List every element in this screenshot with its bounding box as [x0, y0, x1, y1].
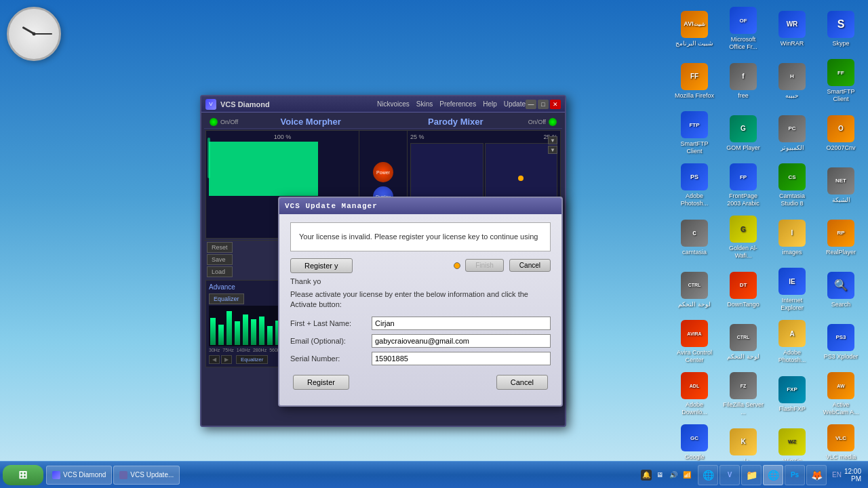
- taskbar-vcs-btn[interactable]: VCS Diamond: [46, 466, 112, 485]
- email-input[interactable]: [372, 334, 551, 348]
- icon-winrar[interactable]: WR WinRAR: [768, 3, 816, 54]
- serial-label: Serial Number:: [290, 354, 372, 363]
- icon-format-factory[interactable]: FF SmartFTP Client: [817, 56, 865, 106]
- taskbar-chrome-icon[interactable]: 🌐: [763, 465, 783, 485]
- icon-golden[interactable]: G Golden Al-Wafi...: [719, 212, 767, 263]
- icon-computer[interactable]: PC الكمبيوتر: [768, 108, 816, 159]
- icon-ps3[interactable]: PS3 PS3 Xploder: [817, 317, 865, 367]
- icon-free[interactable]: f free: [719, 56, 767, 106]
- icon-search[interactable]: 🔍 Search: [817, 264, 865, 315]
- update-manager-dialog: VCS Update Manager Your license is inval…: [278, 197, 563, 407]
- taskbar-clock: 12:00 PM: [844, 468, 861, 483]
- register-tab-btn[interactable]: Register y: [290, 258, 353, 273]
- icon-control-panel[interactable]: CTRL لوحة التحكم: [671, 264, 718, 315]
- icon-downtango[interactable]: DT DownTango: [719, 264, 767, 315]
- taskbar-vcs-icon[interactable]: V: [719, 465, 740, 485]
- restore-button[interactable]: □: [538, 100, 549, 109]
- taskbar-items: VCS Diamond VCS Update...: [46, 462, 637, 488]
- taskbar-ie-icon[interactable]: 🌐: [698, 465, 718, 485]
- icon-skype[interactable]: S Skype: [817, 3, 865, 54]
- tray-icon-2[interactable]: 🖥: [654, 470, 665, 481]
- power-button[interactable]: Power: [373, 162, 393, 182]
- icon-avira[interactable]: AVIRA Avira Control Center: [671, 317, 718, 367]
- tray-icon-3[interactable]: 🔊: [668, 470, 679, 481]
- menu-preferences[interactable]: Preferences: [439, 100, 476, 108]
- close-button[interactable]: ✕: [550, 100, 561, 109]
- parody-dropdown-2[interactable]: ▼: [548, 146, 557, 154]
- eq-label-280: 280Hz: [253, 348, 267, 352]
- dialog-titlebar: VCS Update Manager: [279, 198, 561, 214]
- eq-label-75: 75Hz: [222, 348, 233, 352]
- vcs-titlebar: V VCS Diamond Nickvoices Skins Preferenc…: [201, 96, 565, 113]
- icon-label: شبيت البرنامج: [675, 40, 714, 47]
- icon-adobe-folder[interactable]: A Adobe Photosh...: [768, 317, 816, 367]
- icon-control2[interactable]: CTRL لوحة التحكم: [719, 317, 767, 367]
- window-controls: — □ ✕: [526, 100, 561, 109]
- desktop: AVIشبيت شبيت البرنامج OF Microsoft Offic…: [0, 0, 868, 488]
- menu-skins[interactable]: Skins: [416, 100, 433, 108]
- finish-button[interactable]: Finish: [465, 259, 504, 272]
- cancel-small-button[interactable]: Cancel: [509, 259, 551, 272]
- email-label: Email (Optional):: [290, 337, 372, 345]
- name-row: First + Last Name:: [290, 317, 551, 330]
- icon-firefox[interactable]: FF Mozilla Firefox: [671, 56, 718, 106]
- vcs-menu: Nickvoices Skins Preferences Help Update: [377, 100, 526, 108]
- icon-gom[interactable]: G GOM Player: [719, 108, 767, 159]
- icon-adobe-download[interactable]: ADL Adobe Downlo...: [671, 369, 718, 420]
- taskbar-ff-icon[interactable]: 🦊: [806, 465, 827, 485]
- icon-webcam[interactable]: AW Active WebCam A...: [817, 369, 865, 420]
- reset-button[interactable]: Reset: [207, 242, 233, 253]
- parody-mixer-toggle[interactable]: [549, 118, 557, 126]
- dialog-title: VCS Update Manager: [285, 202, 378, 210]
- minimize-button[interactable]: —: [526, 100, 536, 109]
- icon-ie[interactable]: IE Internet Explorer: [768, 264, 816, 315]
- equalizer-btn[interactable]: Equalizer: [236, 355, 268, 364]
- on-off-label-left: On/Off: [220, 119, 238, 125]
- load-button[interactable]: Load: [207, 266, 233, 277]
- tray-icon-1[interactable]: 🔔: [641, 470, 652, 481]
- next-btn[interactable]: ▶: [221, 355, 232, 364]
- start-button[interactable]: ⊞: [3, 465, 43, 485]
- icon-camtasia-studio[interactable]: CS Camtasia Studio 8: [768, 160, 816, 211]
- cancel-button[interactable]: Cancel: [496, 375, 548, 390]
- eq-label-140: 140Hz: [237, 348, 250, 352]
- serial-input[interactable]: [372, 352, 551, 365]
- icon-filezilla[interactable]: FZ FileZilla Server ...: [719, 369, 767, 420]
- voice-morpher-toggle[interactable]: [210, 118, 218, 126]
- taskbar-tray: 🔔 🖥 🔊 📶 🌐 V 📁: [637, 465, 865, 485]
- taskbar-update-btn[interactable]: VCS Update...: [113, 466, 180, 485]
- icon-msoffice[interactable]: OF Microsoft Office Fr...: [719, 3, 767, 54]
- icon-photoshop1[interactable]: PS Adobe Photosh...: [671, 160, 718, 211]
- prev-btn[interactable]: ◀: [209, 355, 220, 364]
- menu-nickvoices[interactable]: Nickvoices: [377, 100, 410, 108]
- taskbar-ps-icon[interactable]: Ps: [785, 465, 805, 485]
- time-display: 12:00: [844, 468, 861, 475]
- register-button[interactable]: Register: [293, 375, 349, 390]
- icon-smartftp[interactable]: FTP SmartFTP Client: [671, 108, 718, 159]
- equalizer-tab[interactable]: Equalizer: [209, 293, 244, 304]
- serial-row: Serial Number:: [290, 352, 551, 365]
- parody-mixer-title: Parody Mixer: [383, 117, 528, 127]
- menu-update[interactable]: Update: [504, 100, 526, 108]
- parody-dropdown-1[interactable]: ▼: [548, 136, 557, 144]
- icon-flashfxp[interactable]: FXP FlashFXP: [768, 369, 816, 420]
- name-label: First + Last Name:: [290, 319, 372, 327]
- on-off-label-right: On/Off: [528, 119, 546, 125]
- power-label: Power: [376, 170, 390, 175]
- name-input[interactable]: [372, 317, 551, 330]
- save-button[interactable]: Save: [207, 254, 233, 265]
- taskbar-folder-icon[interactable]: 📁: [741, 465, 762, 485]
- icon-network[interactable]: NET الشبكة: [817, 160, 865, 211]
- icon-realplayer[interactable]: RP RealPlayer: [817, 212, 865, 263]
- tray-network-icon[interactable]: 📶: [682, 470, 692, 481]
- warning-text: Your license is invalid. Please register…: [299, 232, 538, 241]
- menu-help[interactable]: Help: [483, 100, 497, 108]
- icon-o2007[interactable]: O O2007Cnv: [817, 108, 865, 159]
- icon-arabic1[interactable]: H حبيبه: [768, 56, 816, 106]
- icon-camtasia[interactable]: c camtasia: [671, 212, 718, 263]
- icon-avi[interactable]: AVIشبيت شبيت البرنامج: [671, 3, 718, 54]
- dialog-buttons: Register Cancel: [290, 375, 551, 390]
- icon-images[interactable]: I images: [768, 212, 816, 263]
- ampm-display: PM: [844, 475, 861, 483]
- icon-frontpage[interactable]: FP FrontPage 2003 Arabic: [719, 160, 767, 211]
